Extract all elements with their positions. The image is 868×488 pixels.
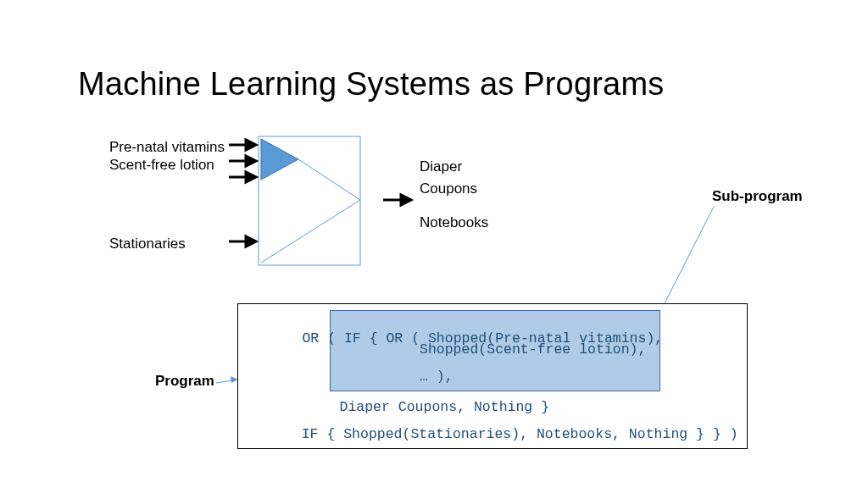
svg-marker-5 bbox=[246, 140, 256, 150]
svg-line-2 bbox=[298, 159, 360, 200]
svg-marker-1 bbox=[261, 139, 298, 180]
input-lotion: Scent-free lotion bbox=[109, 156, 225, 174]
input-stationaries: Stationaries bbox=[109, 235, 186, 252]
svg-line-14 bbox=[659, 207, 714, 313]
code-l2: Shopped(Scent-free lotion), bbox=[336, 341, 646, 358]
svg-rect-0 bbox=[259, 136, 360, 265]
svg-marker-7 bbox=[246, 156, 256, 166]
svg-line-3 bbox=[261, 200, 360, 263]
svg-marker-11 bbox=[246, 236, 256, 247]
output-diaper: Diaper bbox=[420, 156, 477, 178]
code-l5: IF { Shopped(Stationaries), Notebooks, N… bbox=[276, 426, 738, 442]
svg-marker-13 bbox=[401, 195, 411, 205]
svg-marker-9 bbox=[246, 172, 256, 182]
slide-title: Machine Learning Systems as Programs bbox=[78, 66, 665, 103]
svg-line-15 bbox=[216, 380, 238, 383]
output-coupons: Coupons bbox=[420, 178, 477, 200]
code-box: OR ( IF { OR ( Shopped(Pre-natal vitamin… bbox=[237, 303, 748, 449]
code-l4: Diaper Coupons, Nothing } bbox=[298, 399, 549, 415]
output-notebooks: Notebooks bbox=[420, 212, 488, 234]
code-l3: … ), bbox=[336, 369, 453, 385]
subprogram-label: Sub-program bbox=[712, 188, 803, 205]
input-prenatal: Pre-natal vitamins bbox=[109, 138, 225, 156]
program-label: Program bbox=[155, 373, 214, 390]
